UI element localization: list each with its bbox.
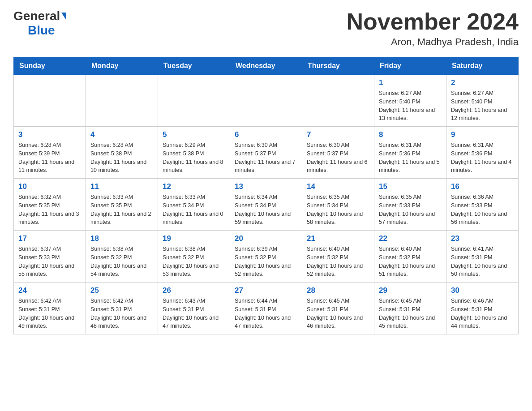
day-info: Sunrise: 6:41 AM Sunset: 5:31 PM Dayligh… xyxy=(451,245,514,278)
table-row xyxy=(86,75,158,127)
day-number: 6 xyxy=(235,130,297,139)
day-info: Sunrise: 6:35 AM Sunset: 5:33 PM Dayligh… xyxy=(379,193,442,227)
day-info: Sunrise: 6:30 AM Sunset: 5:37 PM Dayligh… xyxy=(235,141,297,175)
calendar-table: Sunday Monday Tuesday Wednesday Thursday… xyxy=(13,57,519,334)
table-row: 13Sunrise: 6:34 AM Sunset: 5:34 PM Dayli… xyxy=(230,179,302,231)
day-number: 13 xyxy=(235,182,297,191)
day-info: Sunrise: 6:27 AM Sunset: 5:40 PM Dayligh… xyxy=(379,89,442,123)
day-info: Sunrise: 6:46 AM Sunset: 5:31 PM Dayligh… xyxy=(451,297,514,330)
day-number: 4 xyxy=(90,130,153,139)
table-row: 17Sunrise: 6:37 AM Sunset: 5:33 PM Dayli… xyxy=(14,231,86,283)
day-info: Sunrise: 6:28 AM Sunset: 5:39 PM Dayligh… xyxy=(18,141,81,175)
day-info: Sunrise: 6:40 AM Sunset: 5:32 PM Dayligh… xyxy=(379,245,442,278)
day-info: Sunrise: 6:30 AM Sunset: 5:37 PM Dayligh… xyxy=(307,141,369,175)
day-info: Sunrise: 6:38 AM Sunset: 5:32 PM Dayligh… xyxy=(90,245,153,278)
day-number: 15 xyxy=(379,182,442,191)
day-number: 7 xyxy=(307,130,369,139)
table-row: 28Sunrise: 6:45 AM Sunset: 5:31 PM Dayli… xyxy=(302,283,374,334)
table-row: 2Sunrise: 6:27 AM Sunset: 5:40 PM Daylig… xyxy=(446,75,519,127)
table-row: 6Sunrise: 6:30 AM Sunset: 5:37 PM Daylig… xyxy=(230,127,302,179)
table-row: 9Sunrise: 6:31 AM Sunset: 5:36 PM Daylig… xyxy=(446,127,519,179)
table-row: 16Sunrise: 6:36 AM Sunset: 5:33 PM Dayli… xyxy=(446,179,519,231)
day-number: 2 xyxy=(451,78,514,87)
table-row: 20Sunrise: 6:39 AM Sunset: 5:32 PM Dayli… xyxy=(230,231,302,283)
day-info: Sunrise: 6:42 AM Sunset: 5:31 PM Dayligh… xyxy=(18,297,81,330)
table-row: 1Sunrise: 6:27 AM Sunset: 5:40 PM Daylig… xyxy=(374,75,446,127)
week-row-4: 17Sunrise: 6:37 AM Sunset: 5:33 PM Dayli… xyxy=(14,231,519,283)
day-number: 20 xyxy=(235,234,297,243)
table-row: 21Sunrise: 6:40 AM Sunset: 5:32 PM Dayli… xyxy=(302,231,374,283)
day-info: Sunrise: 6:40 AM Sunset: 5:32 PM Dayligh… xyxy=(307,245,369,278)
day-info: Sunrise: 6:36 AM Sunset: 5:33 PM Dayligh… xyxy=(451,193,514,227)
day-info: Sunrise: 6:45 AM Sunset: 5:31 PM Dayligh… xyxy=(379,297,442,330)
table-row: 19Sunrise: 6:38 AM Sunset: 5:32 PM Dayli… xyxy=(158,231,230,283)
table-row: 25Sunrise: 6:42 AM Sunset: 5:31 PM Dayli… xyxy=(86,283,158,334)
table-row: 7Sunrise: 6:30 AM Sunset: 5:37 PM Daylig… xyxy=(302,127,374,179)
logo-general-text: General xyxy=(13,9,60,23)
logo-blue-text: Blue xyxy=(28,23,55,37)
day-info: Sunrise: 6:43 AM Sunset: 5:31 PM Dayligh… xyxy=(163,297,225,330)
day-info: Sunrise: 6:28 AM Sunset: 5:38 PM Dayligh… xyxy=(90,141,153,175)
day-info: Sunrise: 6:33 AM Sunset: 5:35 PM Dayligh… xyxy=(90,193,153,227)
header-monday: Monday xyxy=(86,57,158,75)
day-number: 25 xyxy=(90,286,153,295)
header-sunday: Sunday xyxy=(14,57,86,75)
day-number: 19 xyxy=(163,234,225,243)
header-wednesday: Wednesday xyxy=(230,57,302,75)
logo: General Blue xyxy=(13,9,66,38)
header-friday: Friday xyxy=(374,57,446,75)
day-info: Sunrise: 6:35 AM Sunset: 5:34 PM Dayligh… xyxy=(307,193,369,227)
table-row: 8Sunrise: 6:31 AM Sunset: 5:36 PM Daylig… xyxy=(374,127,446,179)
day-number: 5 xyxy=(163,130,225,139)
table-row: 12Sunrise: 6:33 AM Sunset: 5:34 PM Dayli… xyxy=(158,179,230,231)
day-info: Sunrise: 6:44 AM Sunset: 5:31 PM Dayligh… xyxy=(235,297,297,330)
day-number: 1 xyxy=(379,78,442,87)
header-tuesday: Tuesday xyxy=(158,57,230,75)
table-row: 11Sunrise: 6:33 AM Sunset: 5:35 PM Dayli… xyxy=(86,179,158,231)
table-row: 15Sunrise: 6:35 AM Sunset: 5:33 PM Dayli… xyxy=(374,179,446,231)
page-header: General Blue November 2024 Aron, Madhya … xyxy=(13,9,519,48)
day-info: Sunrise: 6:39 AM Sunset: 5:32 PM Dayligh… xyxy=(235,245,297,278)
day-info: Sunrise: 6:31 AM Sunset: 5:36 PM Dayligh… xyxy=(379,141,442,175)
week-row-3: 10Sunrise: 6:32 AM Sunset: 5:35 PM Dayli… xyxy=(14,179,519,231)
location-title: Aron, Madhya Pradesh, India xyxy=(347,36,519,48)
table-row: 23Sunrise: 6:41 AM Sunset: 5:31 PM Dayli… xyxy=(446,231,519,283)
day-info: Sunrise: 6:42 AM Sunset: 5:31 PM Dayligh… xyxy=(90,297,153,330)
logo-triangle-icon xyxy=(61,13,66,20)
table-row xyxy=(158,75,230,127)
day-number: 16 xyxy=(451,182,514,191)
day-number: 11 xyxy=(90,182,153,191)
day-number: 10 xyxy=(18,182,81,191)
day-info: Sunrise: 6:29 AM Sunset: 5:38 PM Dayligh… xyxy=(163,141,225,175)
day-info: Sunrise: 6:32 AM Sunset: 5:35 PM Dayligh… xyxy=(18,193,81,227)
week-row-2: 3Sunrise: 6:28 AM Sunset: 5:39 PM Daylig… xyxy=(14,127,519,179)
table-row: 27Sunrise: 6:44 AM Sunset: 5:31 PM Dayli… xyxy=(230,283,302,334)
day-info: Sunrise: 6:45 AM Sunset: 5:31 PM Dayligh… xyxy=(307,297,369,330)
day-info: Sunrise: 6:34 AM Sunset: 5:34 PM Dayligh… xyxy=(235,193,297,227)
table-row xyxy=(14,75,86,127)
week-row-5: 24Sunrise: 6:42 AM Sunset: 5:31 PM Dayli… xyxy=(14,283,519,334)
day-number: 30 xyxy=(451,286,514,295)
header-thursday: Thursday xyxy=(302,57,374,75)
table-row: 3Sunrise: 6:28 AM Sunset: 5:39 PM Daylig… xyxy=(14,127,86,179)
header-saturday: Saturday xyxy=(446,57,519,75)
day-info: Sunrise: 6:37 AM Sunset: 5:33 PM Dayligh… xyxy=(18,245,81,278)
logo-general-row: General xyxy=(13,9,66,23)
day-number: 18 xyxy=(90,234,153,243)
table-row: 14Sunrise: 6:35 AM Sunset: 5:34 PM Dayli… xyxy=(302,179,374,231)
calendar-title-area: November 2024 Aron, Madhya Pradesh, Indi… xyxy=(347,9,519,48)
table-row: 24Sunrise: 6:42 AM Sunset: 5:31 PM Dayli… xyxy=(14,283,86,334)
table-row: 22Sunrise: 6:40 AM Sunset: 5:32 PM Dayli… xyxy=(374,231,446,283)
month-title: November 2024 xyxy=(347,9,519,34)
week-row-1: 1Sunrise: 6:27 AM Sunset: 5:40 PM Daylig… xyxy=(14,75,519,127)
day-number: 21 xyxy=(307,234,369,243)
table-row xyxy=(230,75,302,127)
table-row xyxy=(302,75,374,127)
weekday-header-row: Sunday Monday Tuesday Wednesday Thursday… xyxy=(14,57,519,75)
logo-blue-row: Blue xyxy=(28,23,55,38)
day-number: 24 xyxy=(18,286,81,295)
table-row: 30Sunrise: 6:46 AM Sunset: 5:31 PM Dayli… xyxy=(446,283,519,334)
day-info: Sunrise: 6:27 AM Sunset: 5:40 PM Dayligh… xyxy=(451,89,514,123)
table-row: 5Sunrise: 6:29 AM Sunset: 5:38 PM Daylig… xyxy=(158,127,230,179)
day-number: 26 xyxy=(163,286,225,295)
